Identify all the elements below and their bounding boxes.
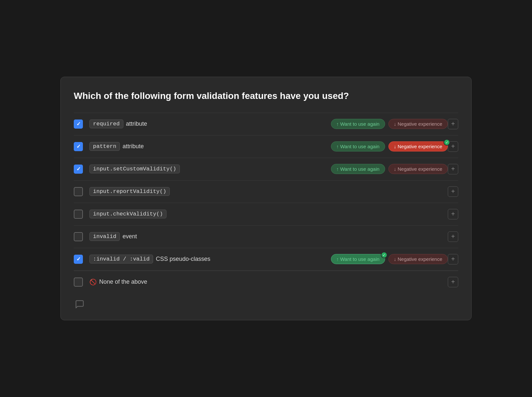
plain-pseudoclasses: CSS pseudo-classes bbox=[156, 256, 210, 262]
none-label: 🚫 None of the above bbox=[89, 278, 448, 286]
add-button-invalid[interactable]: + bbox=[448, 231, 458, 242]
option-row-checkValidity: input.checkValidity()+ bbox=[74, 203, 458, 225]
tags-pseudoclasses: ↑ Want to use again✓↓ Negative experienc… bbox=[331, 254, 448, 264]
code-pseudoclasses: :invalid / :valid bbox=[89, 255, 153, 263]
want-tag-pseudoclasses[interactable]: ↑ Want to use again✓ bbox=[331, 254, 385, 264]
plain-required: attribute bbox=[126, 120, 147, 127]
negative-tag-setCustomValidity[interactable]: ↓ Negative experience bbox=[388, 164, 448, 174]
label-invalid: invalidevent bbox=[89, 232, 448, 241]
want-tag-pattern[interactable]: ↑ Want to use again bbox=[331, 141, 385, 151]
option-row-pseudoclasses: :invalid / :validCSS pseudo-classes↑ Wan… bbox=[74, 248, 458, 271]
tags-setCustomValidity: ↑ Want to use again↓ Negative experience bbox=[331, 164, 448, 174]
code-invalid: invalid bbox=[89, 232, 120, 241]
label-reportValidity: input.reportValidity() bbox=[89, 187, 448, 196]
tags-required: ↑ Want to use again↓ Negative experience bbox=[331, 119, 448, 129]
want-tag-required[interactable]: ↑ Want to use again bbox=[331, 119, 385, 129]
none-icon: 🚫 bbox=[89, 278, 97, 286]
none-option-row: 🚫 None of the above + bbox=[74, 271, 458, 293]
negative-tag-pseudoclasses[interactable]: ↓ Negative experience bbox=[388, 254, 448, 264]
option-row-setCustomValidity: input.setCustomValidity()↑ Want to use a… bbox=[74, 158, 458, 180]
checkbox-reportValidity[interactable] bbox=[74, 187, 83, 196]
want-checkmark-pseudoclasses: ✓ bbox=[381, 252, 387, 258]
negative-tag-pattern[interactable]: ↓ Negative experience✓ bbox=[388, 141, 448, 151]
none-add-button[interactable]: + bbox=[448, 277, 458, 287]
label-required: requiredattribute bbox=[89, 119, 326, 128]
option-row-pattern: patternattribute↑ Want to use again↓ Neg… bbox=[74, 135, 458, 158]
add-button-setCustomValidity[interactable]: + bbox=[448, 164, 458, 174]
checkbox-required[interactable] bbox=[74, 119, 83, 129]
add-button-required[interactable]: + bbox=[448, 119, 458, 129]
option-row-reportValidity: input.reportValidity()+ bbox=[74, 180, 458, 203]
label-checkValidity: input.checkValidity() bbox=[89, 210, 448, 218]
checkbox-checkValidity[interactable] bbox=[74, 210, 83, 219]
plain-invalid: event bbox=[122, 233, 137, 240]
checkbox-pattern[interactable] bbox=[74, 142, 83, 151]
negative-tag-required[interactable]: ↓ Negative experience bbox=[388, 119, 448, 129]
none-text: None of the above bbox=[99, 278, 147, 285]
code-required: required bbox=[89, 119, 123, 128]
survey-card: Which of the following form validation f… bbox=[60, 77, 472, 320]
add-button-pseudoclasses[interactable]: + bbox=[448, 254, 458, 264]
add-button-checkValidity[interactable]: + bbox=[448, 209, 458, 219]
checkbox-setCustomValidity[interactable] bbox=[74, 165, 83, 174]
checkbox-pseudoclasses[interactable] bbox=[74, 255, 83, 264]
question-title: Which of the following form validation f… bbox=[74, 90, 458, 102]
code-pattern: pattern bbox=[89, 142, 120, 151]
option-row-invalid: invalidevent+ bbox=[74, 225, 458, 248]
plain-pattern: attribute bbox=[122, 143, 144, 150]
code-checkValidity: input.checkValidity() bbox=[89, 210, 166, 218]
comment-icon[interactable] bbox=[74, 298, 86, 310]
label-setCustomValidity: input.setCustomValidity() bbox=[89, 165, 326, 173]
label-pattern: patternattribute bbox=[89, 142, 326, 151]
add-button-reportValidity[interactable]: + bbox=[448, 186, 458, 197]
checkbox-invalid[interactable] bbox=[74, 232, 83, 241]
none-checkbox[interactable] bbox=[74, 278, 83, 287]
want-tag-setCustomValidity[interactable]: ↑ Want to use again bbox=[331, 164, 385, 174]
label-pseudoclasses: :invalid / :validCSS pseudo-classes bbox=[89, 255, 326, 263]
option-row-required: requiredattribute↑ Want to use again↓ Ne… bbox=[74, 113, 458, 135]
tags-pattern: ↑ Want to use again↓ Negative experience… bbox=[331, 141, 448, 151]
code-setCustomValidity: input.setCustomValidity() bbox=[89, 165, 180, 173]
code-reportValidity: input.reportValidity() bbox=[89, 187, 170, 196]
